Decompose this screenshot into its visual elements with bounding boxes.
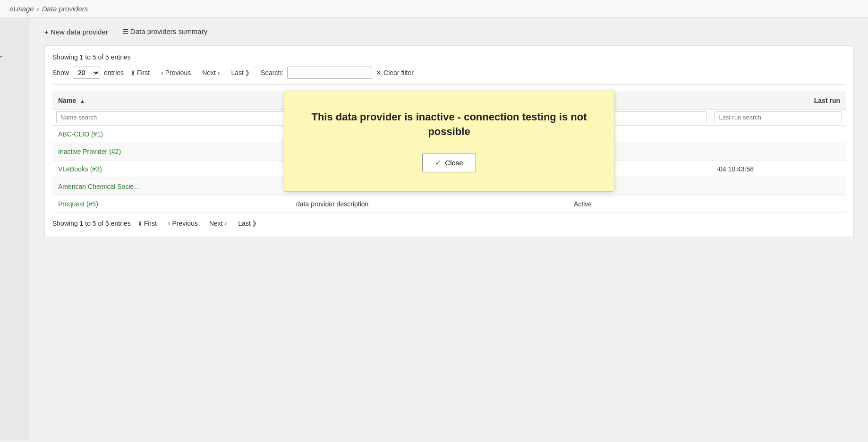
sort-icon-name: ▲	[80, 98, 85, 104]
lastrun-cell-5	[711, 196, 846, 213]
clear-filter-button[interactable]: ✕ Clear filter	[376, 69, 414, 76]
bottom-first-button[interactable]: ⟪ First	[135, 218, 161, 229]
lastrun-cell-3: -04 10:43:58	[711, 161, 846, 178]
provider-link-5[interactable]: Proquest (#5)	[58, 200, 98, 208]
showing-text-top: Showing 1 to 5 of 5 entries	[52, 53, 846, 61]
lastrun-cell-1	[711, 126, 846, 143]
pagination-bar: Show 20 50 100 entries ⟪ First ‹ Previou…	[52, 67, 846, 85]
lastrun-cell-2	[711, 143, 846, 161]
modal-close-button[interactable]: ✓ Close	[422, 153, 476, 172]
bottom-bar: Showing 1 to 5 of 5 entries ⟪ First ‹ Pr…	[52, 213, 846, 229]
name-search-input[interactable]	[56, 111, 287, 123]
modal-box: This data provider is inactive - connect…	[284, 91, 614, 192]
summary-button[interactable]: ☰ Data providers summary	[122, 27, 208, 36]
page-layout: t + New data provider ☰ Data providers s…	[0, 18, 868, 440]
provider-link-2[interactable]: Inactive Provider (#2)	[58, 148, 121, 155]
col-header-lastrun[interactable]: Last run	[711, 92, 846, 110]
showing-text-bottom: Showing 1 to 5 of 5 entries	[52, 220, 131, 227]
provider-link-3[interactable]: VLeBooks (#3)	[58, 165, 102, 173]
first-button[interactable]: ⟪ First	[128, 67, 153, 78]
provider-link-1[interactable]: ABC-CLIO (#1)	[58, 130, 103, 138]
entries-label: entries	[104, 69, 124, 76]
main-content: + New data provider ☰ Data providers sum…	[30, 18, 868, 440]
new-provider-button[interactable]: + New data provider	[44, 28, 108, 36]
last-button[interactable]: Last ⟫	[228, 67, 253, 78]
prev-button[interactable]: ‹ Previous	[157, 67, 195, 78]
breadcrumb-bar: eUsage › Data providers	[0, 0, 868, 18]
breadcrumb-separator: ›	[37, 5, 39, 13]
next-button[interactable]: Next ›	[198, 67, 223, 78]
lastrun-search-input[interactable]	[715, 111, 842, 123]
lastrun-cell-4	[711, 178, 846, 196]
bottom-last-button[interactable]: Last ⟫	[234, 218, 260, 229]
show-select[interactable]: 20 50 100	[73, 67, 100, 79]
desc-cell-5: data provider description	[290, 196, 568, 213]
bottom-next-button[interactable]: Next ›	[205, 218, 230, 229]
provider-link-4[interactable]: American Chemical Socie…	[58, 183, 140, 190]
sidebar: t	[0, 18, 30, 440]
table-container: Showing 1 to 5 of 5 entries Show 20 50 1…	[44, 45, 854, 237]
bottom-prev-button[interactable]: ‹ Previous	[164, 218, 202, 229]
modal-close-label: Close	[445, 159, 463, 167]
search-label: Search:	[261, 69, 283, 76]
modal-title: This data provider is inactive - connect…	[308, 110, 590, 139]
show-label: Show	[52, 69, 69, 76]
check-icon: ✓	[435, 158, 441, 167]
breadcrumb-home[interactable]: eUsage	[9, 5, 34, 13]
col-header-name[interactable]: Name ▲	[52, 92, 290, 110]
breadcrumb-current: Data providers	[42, 5, 88, 13]
global-search-input[interactable]	[287, 67, 372, 79]
table-row: Proquest (#5) data provider description …	[52, 196, 846, 213]
sidebar-label: t	[0, 56, 3, 58]
status-cell-5: Active	[568, 196, 711, 213]
action-bar: + New data provider ☰ Data providers sum…	[44, 27, 854, 36]
